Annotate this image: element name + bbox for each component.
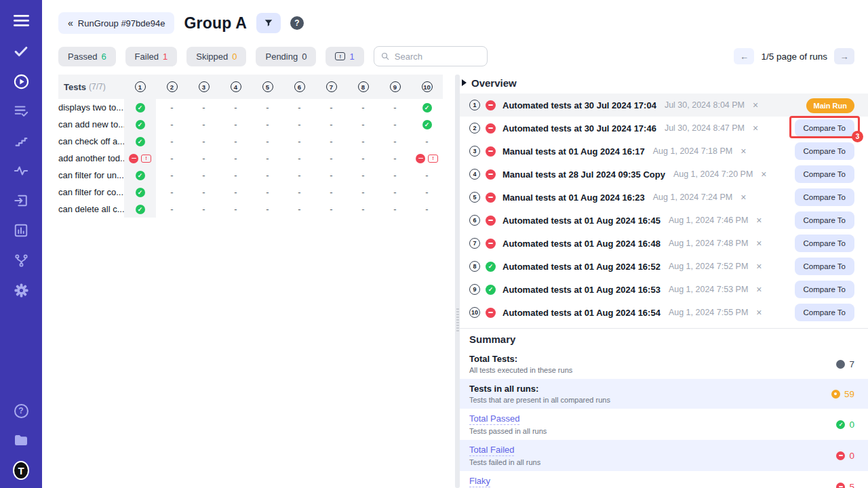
run-title[interactable]: Automated tests at 30 Jul 2024 17:46 (502, 123, 656, 134)
failed-icon[interactable] (129, 154, 138, 163)
compare-to-button[interactable]: Compare To (795, 188, 854, 206)
branch-icon[interactable] (13, 252, 29, 268)
summary-link[interactable]: Flaky (469, 476, 490, 487)
remove-run-icon[interactable]: × (756, 308, 762, 317)
next-page-button[interactable]: → (834, 48, 854, 64)
empty-result: - (170, 119, 173, 129)
empty-result: - (170, 204, 173, 214)
passed-icon[interactable]: ✓ (136, 171, 145, 180)
compare-to-button[interactable]: Compare To (795, 119, 854, 137)
run-column-header[interactable]: 6 (283, 75, 315, 99)
compare-to-button[interactable]: Compare To (795, 165, 854, 183)
test-name[interactable]: displays two to... (58, 99, 124, 116)
passed-icon[interactable]: ✓ (136, 137, 145, 146)
prev-page-button[interactable]: ← (734, 48, 754, 64)
test-result-cell: - (283, 201, 315, 218)
remove-run-icon[interactable]: × (756, 285, 762, 294)
summary-link[interactable]: Total Passed (469, 413, 519, 425)
passed-icon[interactable]: ✓ (136, 120, 145, 129)
passed-icon[interactable]: ✓ (136, 188, 145, 197)
help-outline-icon[interactable]: ? (13, 403, 29, 419)
list-check-icon[interactable] (13, 103, 29, 119)
test-result-cell: - (188, 167, 220, 184)
run-column-header[interactable]: 7 (315, 75, 347, 99)
run-title[interactable]: Automated tests at 01 Aug 2024 16:48 (502, 239, 660, 249)
remove-run-icon[interactable]: × (741, 192, 746, 202)
run-number-circle: 2 (167, 81, 178, 92)
passed-icon[interactable]: ✓ (422, 120, 432, 129)
compare-to-button[interactable]: Compare To (795, 258, 854, 275)
test-name[interactable]: add another tod... (58, 150, 124, 167)
test-name[interactable]: can filter for co... (58, 184, 124, 201)
passed-icon[interactable]: ✓ (136, 103, 145, 113)
summary-link[interactable]: Total Failed (469, 445, 514, 456)
run-number-circle: 1 (469, 100, 480, 110)
help-button[interactable]: ? (290, 16, 304, 30)
test-result-cell: - (188, 99, 220, 116)
t-logo[interactable]: T (13, 462, 29, 479)
test-name[interactable]: can filter for un... (58, 167, 124, 184)
remove-run-icon[interactable]: × (756, 216, 762, 225)
run-title[interactable]: Automated tests at 01 Aug 2024 16:53 (502, 285, 660, 295)
gear-icon[interactable] (13, 282, 29, 298)
run-title[interactable]: Manual tests at 01 Aug 2024 16:23 (502, 192, 645, 203)
run-title[interactable]: Automated tests at 01 Aug 2024 16:54 (502, 308, 660, 318)
comment-exclamation-icon[interactable]: ! (141, 155, 151, 163)
filter-chip-skipped[interactable]: Skipped0 (186, 47, 246, 66)
run-title[interactable]: Automated tests at 30 Jul 2024 17:04 (502, 100, 656, 110)
compare-to-button[interactable]: Compare To (795, 235, 854, 252)
play-circle-icon[interactable] (13, 73, 29, 89)
filter-chip-pending[interactable]: Pending0 (256, 47, 316, 66)
passed-icon[interactable]: ✓ (136, 205, 145, 214)
run-column-header[interactable]: 4 (220, 75, 252, 99)
compare-to-button[interactable]: Compare To (795, 211, 854, 229)
compare-to-button[interactable]: Compare To (795, 304, 854, 321)
remove-run-icon[interactable]: × (753, 123, 758, 133)
remove-run-icon[interactable]: × (756, 262, 762, 271)
run-title[interactable]: Automated tests at 01 Aug 2024 16:52 (502, 262, 660, 272)
compare-to-button[interactable]: Compare To (795, 281, 854, 298)
folder-icon[interactable] (13, 432, 29, 449)
collapse-arrow-icon[interactable] (462, 79, 467, 86)
run-column-header[interactable]: 2 (156, 75, 188, 99)
run-column-header[interactable]: 9 (379, 75, 411, 99)
test-name[interactable]: can add new to... (58, 116, 124, 133)
empty-result: - (361, 102, 364, 113)
steps-icon[interactable] (13, 133, 29, 149)
sign-in-icon[interactable] (13, 192, 29, 209)
comments-filter-chip[interactable]: ! 1 (326, 47, 363, 66)
run-title[interactable]: Manual tests at 01 Aug 2024 16:17 (502, 146, 645, 157)
search-input[interactable] (395, 52, 480, 62)
filter-chip-count: 6 (101, 52, 106, 62)
test-name[interactable]: can check off a... (58, 133, 124, 150)
run-column-header[interactable]: 10 (411, 75, 443, 99)
remove-run-icon[interactable]: × (756, 239, 762, 248)
run-column-header[interactable]: 1 (124, 75, 156, 99)
comment-exclamation-icon[interactable]: ! (428, 155, 438, 163)
panel-splitter[interactable] (455, 75, 460, 488)
remove-run-icon[interactable]: × (753, 100, 758, 110)
bar-chart-icon[interactable] (13, 222, 29, 239)
pulse-icon[interactable] (13, 163, 29, 179)
run-column-header[interactable]: 3 (188, 75, 220, 99)
filter-button[interactable] (256, 13, 281, 33)
remove-run-icon[interactable]: × (761, 169, 766, 179)
run-title[interactable]: Automated tests at 01 Aug 2024 16:45 (502, 216, 660, 226)
overview-panel: Overview 1Automated tests at 30 Jul 2024… (460, 75, 868, 488)
test-name[interactable]: can delete all c... (58, 201, 124, 218)
rungroup-back-button[interactable]: « RunGroup #97bde94e (58, 12, 174, 34)
test-result-cell: - (252, 201, 283, 218)
test-result-cell: - (411, 184, 443, 201)
remove-run-icon[interactable]: × (741, 146, 746, 156)
run-column-header[interactable]: 5 (252, 75, 283, 99)
menu-icon[interactable] (13, 12, 29, 28)
run-column-header[interactable]: 8 (347, 75, 379, 99)
filter-chip-failed[interactable]: Failed1 (125, 47, 178, 66)
test-result-cell: - (347, 167, 379, 184)
failed-icon[interactable] (416, 154, 425, 163)
check-icon[interactable] (13, 43, 29, 60)
passed-icon[interactable]: ✓ (422, 103, 432, 113)
filter-chip-passed[interactable]: Passed6 (58, 47, 116, 66)
run-title[interactable]: Manual tests at 28 Jul 2024 09:35 Copy (502, 169, 665, 180)
compare-to-button[interactable]: Compare To (795, 142, 854, 160)
